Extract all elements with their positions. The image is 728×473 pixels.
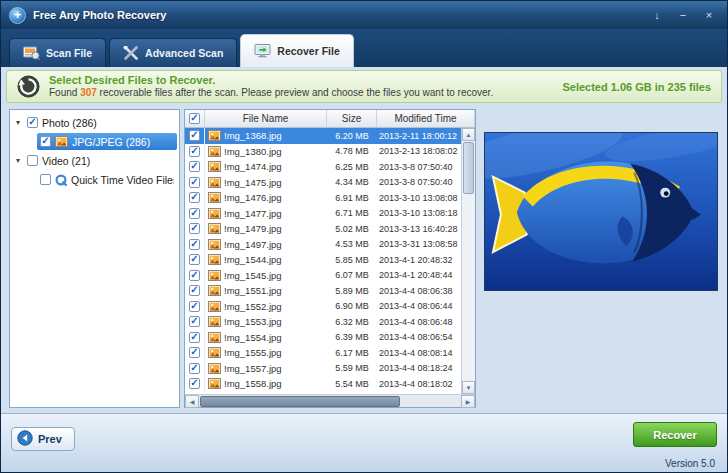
row-checkbox[interactable] [189, 146, 200, 157]
file-row[interactable]: !mg_1553.jpg 6.32 MB 2013-4-4 08:06:48 [185, 314, 461, 330]
file-name-cell: !mg_1476.jpg [205, 192, 327, 203]
file-row[interactable]: !mg_1497.jpg 4.53 MB 2013-3-31 13:08:58 [185, 237, 461, 253]
banner-message-suffix: recoverable files after the scan. Please… [97, 87, 493, 98]
row-checkbox[interactable] [189, 347, 200, 358]
file-name: !mg_1544.jpg [224, 254, 282, 265]
row-checkbox[interactable] [189, 161, 200, 172]
row-checkbox-cell [185, 221, 205, 237]
tree-checkbox[interactable] [40, 174, 51, 185]
file-name-cell: !mg_1553.jpg [205, 316, 327, 327]
row-checkbox[interactable] [189, 378, 200, 389]
file-row[interactable]: !mg_1545.jpg 6.07 MB 2013-4-1 20:48:44 [185, 268, 461, 284]
file-modified: 2013-3-10 13:08:18 [377, 208, 461, 218]
row-checkbox[interactable] [189, 130, 200, 141]
tree-checkbox[interactable] [27, 117, 38, 128]
row-checkbox-cell [185, 268, 205, 284]
vertical-scroll-thumb[interactable] [463, 142, 474, 194]
tab-advanced-scan[interactable]: Advanced Scan [109, 38, 237, 67]
prev-button[interactable]: Prev [11, 427, 75, 451]
jpg-file-icon [208, 177, 221, 188]
scroll-down-button[interactable] [462, 381, 475, 394]
file-size: 6.91 MB [327, 193, 377, 203]
file-row[interactable]: !mg_1558.jpg 5.54 MB 2013-4-4 08:18:02 [185, 376, 461, 392]
minimize-button[interactable]: − [673, 7, 693, 23]
file-name: !mg_1476.jpg [224, 192, 282, 203]
row-checkbox[interactable] [189, 270, 200, 281]
horizontal-scrollbar[interactable] [185, 394, 475, 407]
file-modified: 2013-2-11 18:00:12 [377, 131, 461, 141]
jpg-file-icon [208, 363, 221, 374]
column-header-size[interactable]: Size [327, 110, 377, 127]
file-modified: 2013-4-4 08:06:44 [377, 301, 461, 311]
file-row[interactable]: !mg_1544.jpg 5.85 MB 2013-4-1 20:48:32 [185, 252, 461, 268]
file-name: !mg_1555.jpg [224, 347, 282, 358]
main-area: Photo (286) JPG/JPEG (286) Video (21) Qu… [1, 105, 727, 413]
file-row[interactable]: !mg_1474.jpg 6.25 MB 2013-3-8 07:50:40 [185, 159, 461, 175]
file-modified: 2013-2-13 18:08:02 [377, 146, 461, 156]
row-checkbox[interactable] [189, 332, 200, 343]
tree-item[interactable]: Photo (286) [10, 113, 179, 132]
file-row[interactable]: !mg_1475.jpg 4.34 MB 2013-3-8 07:50:40 [185, 175, 461, 191]
close-button[interactable]: × [699, 7, 719, 23]
scroll-up-button[interactable] [462, 128, 475, 141]
row-checkbox[interactable] [189, 223, 200, 234]
file-name-cell: !mg_1544.jpg [205, 254, 327, 265]
file-row[interactable]: !mg_1476.jpg 6.91 MB 2013-3-10 13:08:08 [185, 190, 461, 206]
column-header-modified[interactable]: Modified Time [377, 110, 475, 127]
row-checkbox[interactable] [189, 285, 200, 296]
tree-item-content[interactable]: Quick Time Video Files (21) [37, 171, 177, 188]
jpg-file-icon [208, 192, 221, 203]
file-name: !mg_1380.jpg [224, 146, 282, 157]
jpg-file-icon [208, 301, 221, 312]
tree-item-content[interactable]: Video (21) [24, 152, 177, 169]
column-header-file-name[interactable]: File Name [205, 110, 327, 127]
file-row[interactable]: !mg_1368.jpg 6.20 MB 2013-2-11 18:00:12 [185, 128, 461, 144]
tab-label: Recover File [277, 45, 339, 57]
tree-item-content[interactable]: JPG/JPEG (286) [37, 133, 177, 150]
file-name: !mg_1558.jpg [224, 378, 282, 389]
row-checkbox[interactable] [189, 192, 200, 203]
file-row[interactable]: !mg_1477.jpg 6.71 MB 2013-3-10 13:08:18 [185, 206, 461, 222]
download-button[interactable]: ↓ [647, 7, 667, 23]
row-checkbox[interactable] [189, 177, 200, 188]
jpg-file-icon [208, 378, 221, 389]
tab-scan-file[interactable]: Scan File [9, 38, 106, 67]
row-checkbox[interactable] [189, 316, 200, 327]
select-all-checkbox[interactable] [189, 113, 200, 124]
file-row[interactable]: !mg_1552.jpg 6.90 MB 2013-4-4 08:06:44 [185, 299, 461, 315]
preview-panel [481, 109, 721, 408]
file-row[interactable]: !mg_1557.jpg 5.59 MB 2013-4-4 08:18:24 [185, 361, 461, 377]
file-type-tree: Photo (286) JPG/JPEG (286) Video (21) Qu… [9, 109, 180, 408]
vertical-scrollbar[interactable] [461, 128, 475, 394]
file-row[interactable]: !mg_1555.jpg 6.17 MB 2013-4-4 08:08:14 [185, 345, 461, 361]
tree-checkbox[interactable] [40, 136, 51, 147]
scroll-right-button[interactable] [461, 395, 475, 408]
expand-arrow-icon[interactable] [12, 118, 24, 127]
horizontal-scroll-thumb[interactable] [200, 396, 400, 407]
row-checkbox[interactable] [189, 254, 200, 265]
tree-item[interactable]: Quick Time Video Files (21) [10, 170, 179, 189]
file-row[interactable]: !mg_1551.jpg 5.89 MB 2013-4-4 08:06:38 [185, 283, 461, 299]
tree-item[interactable]: Video (21) [10, 151, 179, 170]
expand-arrow-icon[interactable] [12, 156, 24, 165]
file-rows: !mg_1368.jpg 6.20 MB 2013-2-11 18:00:12 … [185, 128, 461, 394]
tab-recover-file[interactable]: Recover File [240, 34, 353, 67]
scroll-left-button[interactable] [185, 395, 199, 408]
file-name-cell: !mg_1558.jpg [205, 378, 327, 389]
row-checkbox-cell [185, 144, 205, 160]
row-checkbox[interactable] [189, 301, 200, 312]
tree-item[interactable]: JPG/JPEG (286) [10, 132, 179, 151]
file-row[interactable]: !mg_1554.jpg 6.39 MB 2013-4-4 08:06:54 [185, 330, 461, 346]
row-checkbox[interactable] [189, 208, 200, 219]
tree-checkbox[interactable] [27, 155, 38, 166]
version-label: Version 5.0 [665, 458, 715, 469]
file-row[interactable]: !mg_1380.jpg 4.78 MB 2013-2-13 18:08:02 [185, 144, 461, 160]
row-checkbox[interactable] [189, 363, 200, 374]
recover-button[interactable]: Recover [633, 422, 717, 447]
row-checkbox[interactable] [189, 239, 200, 250]
file-row[interactable]: !mg_1479.jpg 5.02 MB 2013-3-13 16:40:28 [185, 221, 461, 237]
file-modified: 2013-3-8 07:50:40 [377, 162, 461, 172]
tree-item-content[interactable]: Photo (286) [24, 114, 177, 131]
file-size: 5.59 MB [327, 363, 377, 373]
file-name-cell: !mg_1380.jpg [205, 146, 327, 157]
